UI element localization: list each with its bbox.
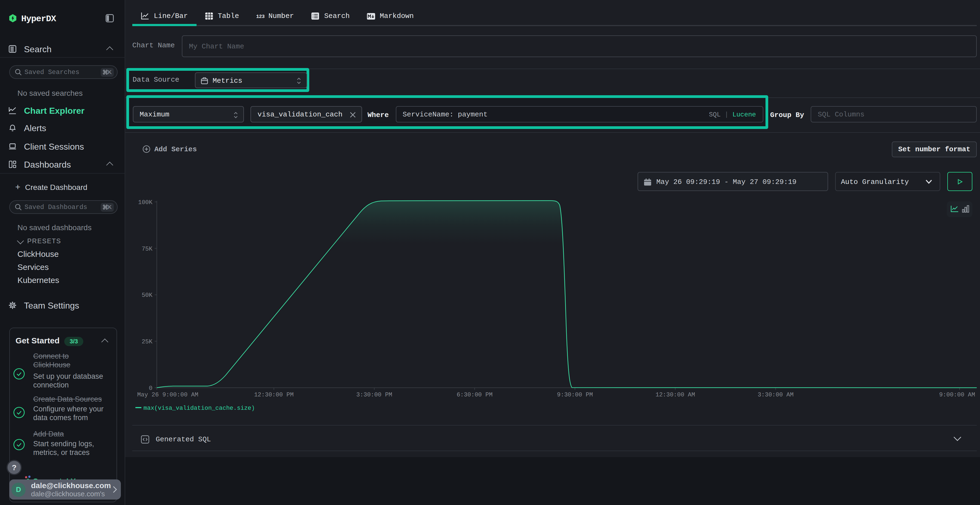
svg-text:3:30:00 PM: 3:30:00 PM <box>356 392 392 399</box>
svg-text:9:00:00 AM: 9:00:00 AM <box>939 392 975 399</box>
svg-text:May 26 9:00:00 AM: May 26 9:00:00 AM <box>137 392 198 399</box>
svg-text:max(visa_validation_cache.size: max(visa_validation_cache.size) <box>143 405 255 412</box>
svg-text:25K: 25K <box>142 338 153 345</box>
svg-text:50K: 50K <box>142 292 153 299</box>
svg-text:9:30:00 PM: 9:30:00 PM <box>557 392 593 399</box>
svg-text:75K: 75K <box>142 246 153 252</box>
svg-text:3:30:00 AM: 3:30:00 AM <box>757 392 794 399</box>
svg-text:100K: 100K <box>138 199 153 206</box>
svg-text:12:30:00 PM: 12:30:00 PM <box>254 392 293 399</box>
svg-text:12:30:00 AM: 12:30:00 AM <box>655 392 695 399</box>
svg-text:0: 0 <box>149 385 153 392</box>
svg-text:6:30:00 PM: 6:30:00 PM <box>457 392 492 399</box>
